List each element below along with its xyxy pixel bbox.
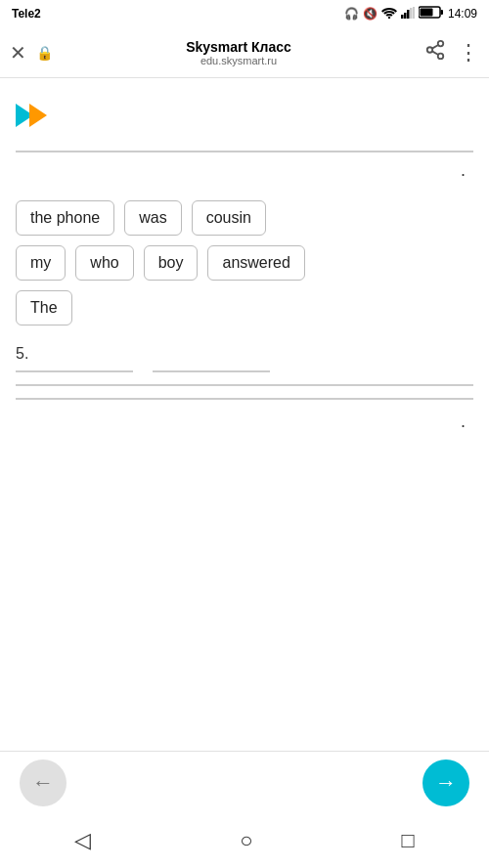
chip-was[interactable]: was <box>124 200 181 236</box>
svg-rect-7 <box>440 10 443 15</box>
section-5-number: 5. <box>16 345 28 362</box>
site-name-label: Skysmart Класс <box>186 39 291 55</box>
logo-area <box>16 90 473 151</box>
svg-rect-5 <box>413 7 415 19</box>
short-line-2 <box>153 370 270 372</box>
sentence-dot: . <box>16 160 473 181</box>
back-button[interactable]: ← <box>20 760 67 806</box>
svg-rect-4 <box>410 8 413 19</box>
forward-arrow-icon: → <box>435 770 457 796</box>
time-label: 14:09 <box>448 7 477 21</box>
chips-row-2: my who boy answered <box>16 245 473 281</box>
chip-boy[interactable]: boy <box>144 245 199 281</box>
system-back-button[interactable]: ◁ <box>74 828 91 853</box>
svg-point-9 <box>438 41 444 47</box>
close-button[interactable]: ✕ <box>10 41 26 65</box>
section-5-line-row-1 <box>16 370 473 372</box>
full-line-1 <box>16 384 473 386</box>
wifi-icon <box>381 7 397 22</box>
svg-point-10 <box>427 47 433 53</box>
section-5-lines: . <box>16 370 473 432</box>
bottom-nav: ← → <box>0 751 489 813</box>
chip-cousin[interactable]: cousin <box>192 200 266 236</box>
skysmart-logo <box>16 100 59 131</box>
more-options-button[interactable]: ⋮ <box>458 40 479 65</box>
svg-marker-15 <box>29 104 47 127</box>
chip-the-phone[interactable]: the phone <box>16 200 114 236</box>
chip-who[interactable]: who <box>75 245 133 281</box>
system-home-button[interactable]: ○ <box>240 828 252 853</box>
svg-point-11 <box>438 54 444 59</box>
forward-button[interactable]: → <box>422 760 469 806</box>
word-chips-section: the phone was cousin my who boy answered… <box>16 200 473 326</box>
chip-answered[interactable]: answered <box>207 245 304 281</box>
headphone-icon: 🎧 <box>344 7 359 21</box>
svg-rect-8 <box>420 9 432 17</box>
svg-line-12 <box>432 51 438 55</box>
main-content: . the phone was cousin my who boy answer… <box>0 78 489 813</box>
status-right-icons: 🎧 🔇 14:09 <box>344 6 477 22</box>
signal-icon <box>401 7 415 22</box>
system-nav: ◁ ○ □ <box>0 813 489 868</box>
site-url-label: edu.skysmart.ru <box>200 55 277 66</box>
chip-the[interactable]: The <box>16 290 72 326</box>
status-bar: Tele2 🎧 🔇 <box>0 0 489 27</box>
svg-rect-2 <box>404 13 407 19</box>
browser-actions: ⋮ <box>424 39 479 65</box>
chips-row-3: The <box>16 290 473 326</box>
answer-line-1 <box>16 151 473 152</box>
carrier-label: Tele2 <box>12 7 41 21</box>
svg-line-13 <box>432 45 438 49</box>
answer-lines-area: . <box>16 151 473 181</box>
svg-rect-1 <box>401 15 404 19</box>
section-5: 5. . <box>16 345 473 432</box>
lock-icon: 🔒 <box>36 45 53 61</box>
section-5-dot: . <box>16 412 473 432</box>
browser-bar: ✕ 🔒 Skysmart Класс edu.skysmart.ru ⋮ <box>0 27 489 78</box>
svg-point-0 <box>388 16 390 18</box>
chip-my[interactable]: my <box>16 245 66 281</box>
url-area: Skysmart Класс edu.skysmart.ru <box>63 39 415 66</box>
chips-row-1: the phone was cousin <box>16 200 473 236</box>
mute-icon: 🔇 <box>363 7 378 21</box>
svg-rect-3 <box>407 10 410 19</box>
share-button[interactable] <box>424 39 446 65</box>
full-line-2 <box>16 398 473 400</box>
system-recents-button[interactable]: □ <box>402 828 415 853</box>
battery-label <box>419 6 444 22</box>
short-line-1 <box>16 370 133 372</box>
back-arrow-icon: ← <box>32 770 54 796</box>
